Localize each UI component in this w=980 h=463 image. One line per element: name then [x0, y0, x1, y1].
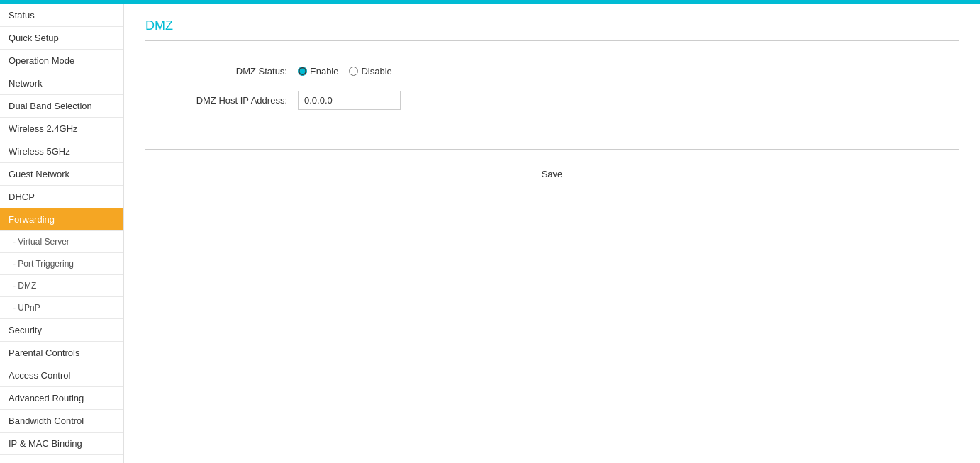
sidebar-item-operation-mode[interactable]: Operation Mode — [0, 50, 123, 72]
page-title: DMZ — [145, 18, 959, 33]
sidebar-item-access-control[interactable]: Access Control — [0, 364, 123, 387]
dmz-ip-input[interactable] — [298, 91, 401, 110]
sidebar-item-bandwidth-control[interactable]: Bandwidth Control — [0, 410, 123, 433]
sidebar-item-status[interactable]: Status — [0, 4, 123, 27]
sidebar-item-port-triggering[interactable]: - Port Triggering — [0, 253, 123, 275]
sidebar-item-upnp[interactable]: - UPnP — [0, 297, 123, 319]
dmz-form: DMZ Status: Enable Disable DMZ Host IP A… — [145, 59, 959, 131]
dmz-ip-row: DMZ Host IP Address: — [145, 91, 959, 110]
sidebar-item-virtual-server[interactable]: - Virtual Server — [0, 231, 123, 253]
save-button[interactable]: Save — [520, 164, 585, 184]
enable-radio[interactable] — [298, 67, 307, 76]
sidebar-item-dynamic-dns[interactable]: Dynamic DNS — [0, 455, 123, 463]
dmz-status-label: DMZ Status: — [145, 66, 287, 77]
top-divider — [145, 40, 959, 41]
disable-radio-label[interactable]: Disable — [349, 66, 391, 77]
disable-radio[interactable] — [349, 67, 358, 76]
sidebar-item-network[interactable]: Network — [0, 72, 123, 95]
sidebar-item-dhcp[interactable]: DHCP — [0, 186, 123, 208]
sidebar-item-parental-controls[interactable]: Parental Controls — [0, 342, 123, 364]
dmz-ip-label: DMZ Host IP Address: — [145, 95, 287, 106]
sidebar-item-dmz[interactable]: - DMZ — [0, 275, 123, 297]
enable-radio-label[interactable]: Enable — [298, 66, 338, 77]
sidebar: StatusQuick SetupOperation ModeNetworkDu… — [0, 4, 124, 463]
sidebar-item-quick-setup[interactable]: Quick Setup — [0, 27, 123, 50]
sidebar-item-security[interactable]: Security — [0, 319, 123, 342]
sidebar-item-dual-band-selection[interactable]: Dual Band Selection — [0, 95, 123, 118]
sidebar-item-ip-mac-binding[interactable]: IP & MAC Binding — [0, 433, 123, 455]
dmz-status-radio-group: Enable Disable — [298, 66, 392, 77]
main-content: DMZ DMZ Status: Enable Disable — [124, 4, 980, 463]
bottom-divider — [145, 149, 959, 150]
sidebar-item-wireless-5ghz[interactable]: Wireless 5GHz — [0, 140, 123, 163]
enable-radio-text: Enable — [310, 66, 338, 77]
save-button-row: Save — [145, 164, 959, 184]
sidebar-item-guest-network[interactable]: Guest Network — [0, 163, 123, 186]
disable-radio-text: Disable — [361, 66, 391, 77]
dmz-status-row: DMZ Status: Enable Disable — [145, 66, 959, 77]
sidebar-item-forwarding[interactable]: Forwarding — [0, 208, 123, 231]
sidebar-item-wireless-24ghz[interactable]: Wireless 2.4GHz — [0, 118, 123, 140]
sidebar-item-advanced-routing[interactable]: Advanced Routing — [0, 387, 123, 410]
